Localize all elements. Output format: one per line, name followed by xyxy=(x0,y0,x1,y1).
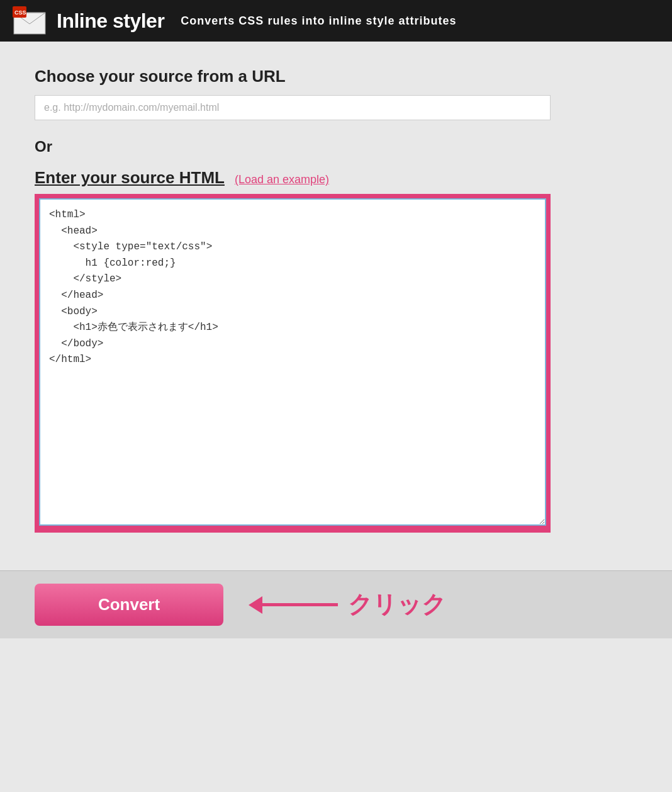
arrow-head-icon xyxy=(249,596,262,614)
header-logo: CSS xyxy=(13,6,47,35)
html-section-title: Enter your source HTML xyxy=(35,168,225,188)
header-subtitle: Converts CSS rules into inline style att… xyxy=(181,14,456,28)
arrow-container: クリック xyxy=(249,589,446,621)
arrow-shaft xyxy=(262,603,338,606)
or-label: Or xyxy=(35,138,637,156)
bottom-bar: Convert クリック xyxy=(0,570,672,638)
load-example-link[interactable]: (Load an example) xyxy=(235,173,329,186)
logo-icon: CSS xyxy=(13,6,47,35)
html-label-row: Enter your source HTML (Load an example) xyxy=(35,168,637,188)
url-section-title: Choose your source from a URL xyxy=(35,67,637,86)
header-title: Inline styler xyxy=(57,9,164,33)
click-label: クリック xyxy=(348,589,446,621)
textarea-wrapper: <html> <head> <style type="text/css"> h1… xyxy=(35,194,551,533)
arrow-line xyxy=(249,596,338,614)
html-textarea[interactable]: <html> <head> <style type="text/css"> h1… xyxy=(39,198,546,526)
header: CSS Inline styler Converts CSS rules int… xyxy=(0,0,672,42)
svg-text:CSS: CSS xyxy=(14,9,26,16)
main-content: Choose your source from a URL Or Enter y… xyxy=(0,42,672,570)
url-input[interactable] xyxy=(35,95,551,120)
convert-button[interactable]: Convert xyxy=(35,584,223,626)
